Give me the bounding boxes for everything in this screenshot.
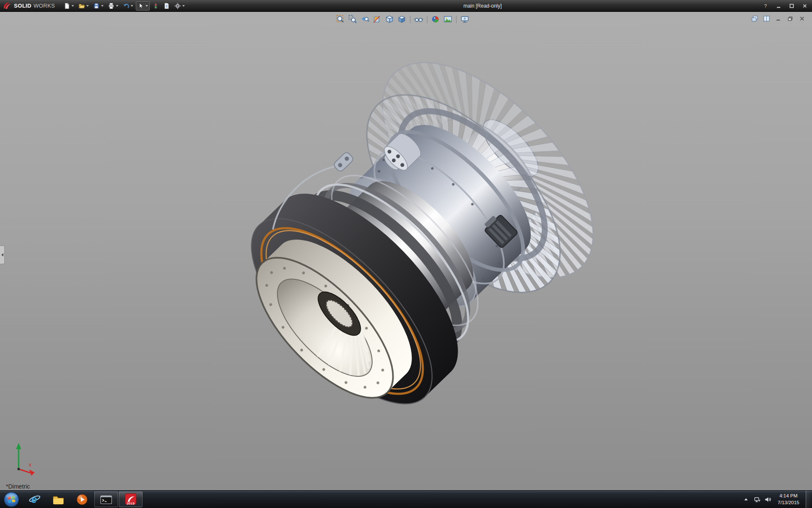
help-button[interactable]: ?	[761, 2, 770, 9]
command-prompt-icon	[100, 493, 112, 506]
document-window-controls	[751, 15, 806, 22]
toolbar-separator	[410, 16, 411, 23]
tile-windows-button[interactable]	[763, 15, 771, 22]
clock-date: 7/13/2015	[778, 500, 799, 506]
view-orientation-button[interactable]	[384, 14, 395, 25]
windows-taskbar: e	[0, 490, 812, 508]
maximize-button[interactable]	[787, 2, 796, 9]
taskbar-command-prompt[interactable]	[94, 491, 118, 507]
network-icon[interactable]	[754, 496, 761, 503]
file-properties-icon	[163, 3, 170, 9]
dropdown-caret-icon[interactable]	[131, 5, 133, 7]
solidworks-year-badge: 2015	[119, 502, 142, 505]
display-style-button[interactable]	[397, 14, 407, 25]
minimize-button[interactable]	[774, 2, 783, 9]
zoom-to-fit-icon	[336, 15, 345, 24]
minimize-document-icon	[776, 16, 781, 21]
section-view-button[interactable]	[372, 14, 383, 25]
cascade-windows-button[interactable]	[751, 15, 759, 22]
zoom-to-area-icon	[348, 15, 357, 24]
cascade-windows-icon	[751, 15, 758, 22]
dropdown-caret-icon[interactable]	[86, 5, 89, 7]
standard-toolbar	[62, 1, 187, 11]
toolbar-separator	[456, 16, 457, 23]
solidworks-logo: SOLIDWORKS	[3, 2, 55, 10]
undo-button[interactable]	[121, 1, 135, 11]
save-button[interactable]	[91, 1, 105, 11]
show-desktop-button[interactable]	[806, 491, 811, 508]
select-cursor-icon	[137, 3, 144, 9]
display-style-icon	[398, 15, 406, 24]
hide-show-items-button[interactable]	[414, 14, 424, 25]
heads-up-view-toolbar	[335, 14, 470, 25]
maximize-icon	[789, 3, 794, 8]
windows-start-orb-icon	[3, 491, 19, 508]
open-folder-icon	[78, 3, 85, 9]
featuremanager-collapse-handle[interactable]	[0, 246, 5, 264]
taskbar-media-player[interactable]	[70, 491, 94, 508]
print-button[interactable]	[106, 1, 120, 11]
taskbar-internet-explorer[interactable]: e	[23, 491, 47, 508]
start-button[interactable]	[0, 491, 23, 508]
close-document-icon	[799, 16, 805, 21]
apply-scene-icon	[444, 15, 453, 24]
dropdown-caret-icon[interactable]	[182, 5, 185, 7]
solidworks-logo-icon	[3, 2, 12, 10]
model-jet-engine[interactable]	[0, 12, 812, 490]
section-view-icon	[373, 15, 382, 24]
chevron-left-icon	[1, 253, 3, 257]
taskbar-windows-explorer[interactable]	[47, 491, 70, 508]
window-controls: ?	[761, 2, 809, 9]
previous-view-icon	[361, 15, 370, 24]
internet-explorer-icon: e	[28, 493, 41, 506]
close-document-button[interactable]	[798, 15, 806, 22]
brand-text-light: WORKS	[33, 3, 55, 9]
taskbar-clock[interactable]: 4:14 PM 7/13/2015	[775, 493, 802, 506]
orientation-triad: x	[4, 439, 41, 478]
zoom-to-fit-button[interactable]	[335, 14, 346, 25]
save-icon	[93, 3, 100, 9]
options-gear-icon	[174, 3, 181, 9]
tile-windows-icon	[763, 15, 770, 22]
view-settings-button[interactable]	[460, 14, 470, 25]
rebuild-button[interactable]	[151, 1, 161, 11]
previous-view-button[interactable]	[360, 14, 370, 25]
minimize-icon	[776, 3, 781, 8]
select-button[interactable]	[136, 1, 150, 11]
folder-icon	[52, 493, 65, 506]
graphics-area[interactable]: x *Dimetric	[0, 12, 812, 490]
titlebar: SOLIDWORKS	[0, 0, 812, 12]
svg-text:e: e	[31, 494, 37, 505]
brand-text-bold: SOLID	[14, 3, 31, 9]
restore-document-button[interactable]	[786, 15, 794, 22]
dropdown-caret-icon[interactable]	[71, 5, 74, 7]
file-properties-button[interactable]	[162, 1, 172, 11]
dropdown-caret-icon[interactable]	[145, 5, 148, 7]
close-button[interactable]	[800, 2, 809, 9]
dropdown-caret-icon[interactable]	[116, 5, 118, 7]
restore-document-icon	[787, 16, 793, 21]
dropdown-caret-icon[interactable]	[101, 5, 104, 7]
edit-appearance-button[interactable]	[431, 14, 441, 25]
minimize-document-button[interactable]	[774, 15, 782, 22]
solidworks-window: SOLIDWORKS	[0, 0, 812, 508]
open-button[interactable]	[77, 1, 91, 11]
apply-scene-button[interactable]	[443, 14, 453, 25]
taskbar-solidworks[interactable]: 2015	[119, 491, 143, 507]
options-button[interactable]	[173, 1, 187, 11]
undo-icon	[123, 3, 129, 9]
show-hidden-icons-button[interactable]	[742, 493, 750, 506]
media-player-icon	[76, 493, 88, 506]
x-axis-label: x	[29, 462, 31, 468]
new-document-icon	[63, 3, 70, 9]
volume-icon[interactable]	[765, 496, 771, 503]
toolbar-separator	[427, 16, 428, 23]
view-settings-icon	[461, 15, 469, 24]
view-orientation-label: *Dimetric	[6, 483, 30, 490]
print-icon	[108, 3, 115, 9]
zoom-to-area-button[interactable]	[348, 14, 358, 25]
chevron-up-icon	[744, 498, 748, 500]
new-document-button[interactable]	[62, 1, 76, 11]
clock-time: 4:14 PM	[778, 493, 799, 500]
edit-appearance-ball-icon	[431, 15, 440, 24]
